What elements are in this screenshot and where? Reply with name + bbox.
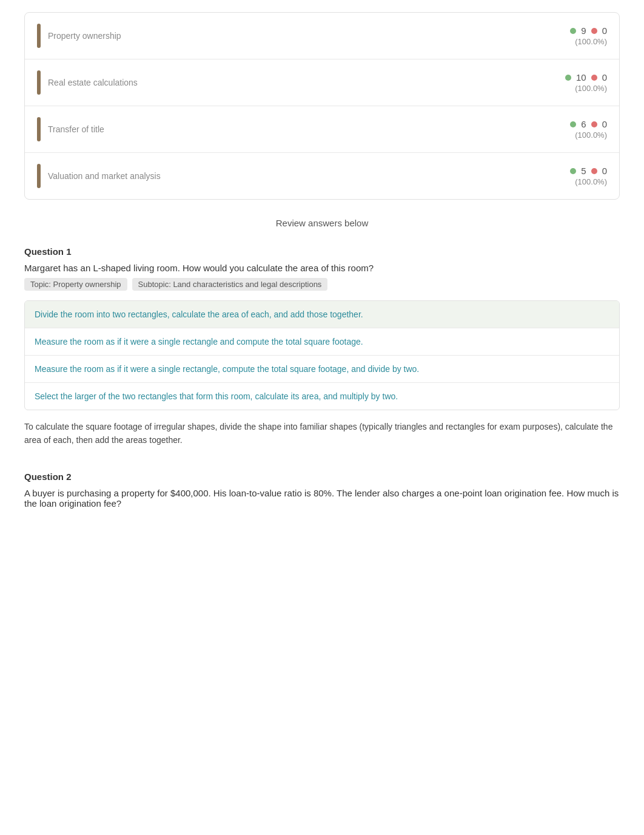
- answer-option-2[interactable]: Measure the room as if it were a single …: [25, 328, 619, 356]
- row-right: 9 0 (100.0%): [570, 25, 607, 46]
- answer-text-3: Measure the room as if it were a single …: [35, 364, 419, 374]
- score-row: Real estate calculations 10 0 (100.0%): [25, 59, 619, 106]
- answer-option-3[interactable]: Measure the room as if it were a single …: [25, 356, 619, 383]
- score-row: Property ownership 9 0 (100.0%): [25, 13, 619, 59]
- score-correct: 9: [581, 25, 586, 36]
- score-incorrect: 0: [602, 166, 607, 176]
- explanation: To calculate the square footage of irreg…: [24, 420, 620, 447]
- score-incorrect: 0: [602, 72, 607, 83]
- tag: Topic: Property ownership: [24, 278, 127, 291]
- question-text: Margaret has an L-shaped living room. Ho…: [24, 263, 620, 273]
- review-header: Review answers below: [24, 218, 620, 228]
- row-right: 5 0 (100.0%): [570, 166, 607, 186]
- answer-text-1: Divide the room into two rectangles, cal…: [35, 309, 363, 319]
- topic-name: Transfer of title: [48, 124, 104, 134]
- topic-name: Real estate calculations: [48, 78, 138, 87]
- answer-option-4[interactable]: Select the larger of the two rectangles …: [25, 383, 619, 410]
- dot-green-icon: [565, 75, 571, 81]
- answer-text-2: Measure the room as if it were a single …: [35, 337, 363, 347]
- score-pct: (100.0%): [575, 177, 607, 186]
- row-right: 6 0 (100.0%): [570, 119, 607, 140]
- question-title: Question 1: [24, 246, 620, 257]
- dot-green-icon: [570, 168, 576, 174]
- answer-text-4: Select the larger of the two rectangles …: [35, 391, 398, 401]
- score-row: Transfer of title 6 0 (100.0%): [25, 106, 619, 153]
- score-incorrect: 0: [602, 119, 607, 129]
- score-nums: 5 0: [570, 166, 607, 176]
- answers-container: Divide the room into two rectangles, cal…: [24, 300, 620, 410]
- color-bar: [37, 164, 41, 188]
- score-table: Property ownership 9 0 (100.0%) Real est…: [24, 12, 620, 200]
- question-title: Question 2: [24, 472, 620, 482]
- question-block-2: Question 2 A buyer is purchasing a prope…: [24, 472, 620, 509]
- topic-name: Property ownership: [48, 31, 121, 41]
- dot-red-icon: [591, 121, 597, 127]
- score-nums: 10 0: [565, 72, 607, 83]
- score-pct: (100.0%): [575, 130, 607, 140]
- question-text: A buyer is purchasing a property for $40…: [24, 488, 620, 509]
- row-right: 10 0 (100.0%): [565, 72, 607, 93]
- score-row: Valuation and market analysis 5 0 (100.0…: [25, 153, 619, 199]
- tag: Subtopic: Land characteristics and legal…: [132, 278, 328, 291]
- row-left: Property ownership: [37, 24, 121, 48]
- topic-name: Valuation and market analysis: [48, 171, 161, 181]
- tags: Topic: Property ownershipSubtopic: Land …: [24, 278, 620, 291]
- row-left: Valuation and market analysis: [37, 164, 161, 188]
- dot-red-icon: [591, 75, 597, 81]
- color-bar: [37, 24, 41, 48]
- score-incorrect: 0: [602, 25, 607, 36]
- score-correct: 10: [576, 72, 586, 83]
- color-bar: [37, 117, 41, 141]
- score-nums: 9 0: [570, 25, 607, 36]
- score-pct: (100.0%): [575, 37, 607, 46]
- dot-green-icon: [570, 121, 576, 127]
- question-block-1: Question 1 Margaret has an L-shaped livi…: [24, 246, 620, 447]
- dot-green-icon: [570, 28, 576, 34]
- dot-red-icon: [591, 168, 597, 174]
- color-bar: [37, 70, 41, 95]
- score-nums: 6 0: [570, 119, 607, 129]
- score-correct: 6: [581, 119, 586, 129]
- score-pct: (100.0%): [575, 84, 607, 93]
- row-left: Real estate calculations: [37, 70, 138, 95]
- dot-red-icon: [591, 28, 597, 34]
- score-correct: 5: [581, 166, 586, 176]
- answer-option-1[interactable]: Divide the room into two rectangles, cal…: [25, 301, 619, 328]
- questions-container: Question 1 Margaret has an L-shaped livi…: [24, 246, 620, 509]
- row-left: Transfer of title: [37, 117, 104, 141]
